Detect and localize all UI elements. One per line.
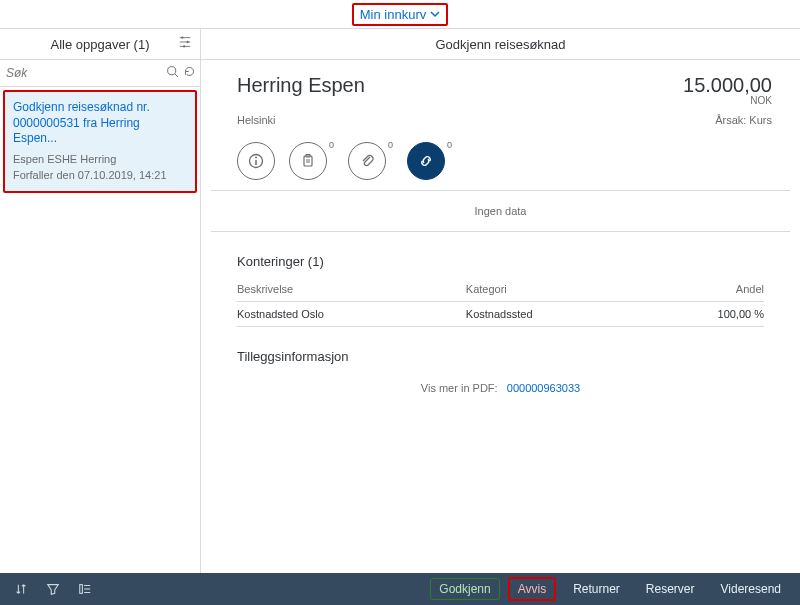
table-row: Kostnadsted Oslo Kostnadssted 100,00 % [237,302,764,327]
object-name: Herring Espen [237,74,365,106]
svg-point-7 [255,157,257,159]
col-kategori: Kategori [466,277,642,302]
tab-attachments[interactable] [348,142,386,180]
tab-info[interactable] [237,142,275,180]
list-settings-icon[interactable] [178,35,192,52]
master-title: Alle oppgaver (1) [51,37,150,52]
search-icon[interactable] [166,65,179,81]
master-list: Godkjenn reisesøknad nr. 0000000531 fra … [0,60,201,573]
refresh-icon[interactable] [183,65,196,81]
search-input[interactable] [4,65,162,81]
tab-checklist[interactable] [289,142,327,180]
task-subtitle: Espen ESHE Herring [13,153,187,165]
cell-share: 100,00 % [641,302,764,327]
object-amount: 15.000,00 [683,74,772,97]
group-icon[interactable] [78,582,92,596]
cell-desc: Kostnadsted Oslo [237,302,466,327]
reserve-button[interactable]: Reserver [637,578,704,600]
reject-button[interactable]: Avvis [508,577,556,601]
icon-tab-bar: 0 0 0 [201,136,800,190]
col-andel: Andel [641,277,764,302]
footer-bar: Godkjenn Avvis Returner Reserver Videres… [0,573,800,605]
pdf-label: Vis mer in PDF: [421,382,498,394]
task-due: Forfaller den 07.10.2019, 14:21 [13,169,187,181]
konteringer-table: Beskrivelse Kategori Andel Kostnadsted O… [237,277,764,327]
svg-point-2 [183,45,185,47]
chevron-down-icon [430,7,440,22]
tillegg-title: Tilleggsinformasjon [237,349,764,364]
object-location: Helsinki [237,114,276,126]
svg-line-4 [175,74,178,77]
tab-attachments-badge: 0 [388,140,393,150]
task-item[interactable]: Godkjenn reisesøknad nr. 0000000531 fra … [3,90,197,193]
tab-checklist-badge: 0 [329,140,334,150]
svg-rect-12 [80,585,83,594]
approve-button[interactable]: Godkjenn [430,578,499,600]
inbox-label: Min innkurv [360,7,426,22]
svg-point-1 [186,41,188,43]
svg-point-3 [168,67,176,75]
detail-pane: Herring Espen 15.000,00 NOK Helsinki Års… [201,60,800,573]
tab-links-badge: 0 [447,140,452,150]
detail-title: Godkjenn reisesøknad [435,37,565,52]
no-data-text: Ingen data [201,191,800,231]
cell-cat: Kostnadssted [466,302,642,327]
tab-links[interactable] [407,142,445,180]
konteringer-title: Konteringer (1) [237,254,764,269]
return-button[interactable]: Returner [564,578,629,600]
col-beskrivelse: Beskrivelse [237,277,466,302]
pdf-link[interactable]: 000000963033 [507,382,580,394]
sort-icon[interactable] [14,582,28,596]
svg-point-0 [181,36,183,38]
object-reason: Årsak: Kurs [715,114,772,126]
filter-icon[interactable] [46,582,60,596]
forward-button[interactable]: Videresend [712,578,791,600]
inbox-dropdown[interactable]: Min innkurv [352,3,448,26]
task-title: Godkjenn reisesøknad nr. 0000000531 fra … [13,100,187,147]
